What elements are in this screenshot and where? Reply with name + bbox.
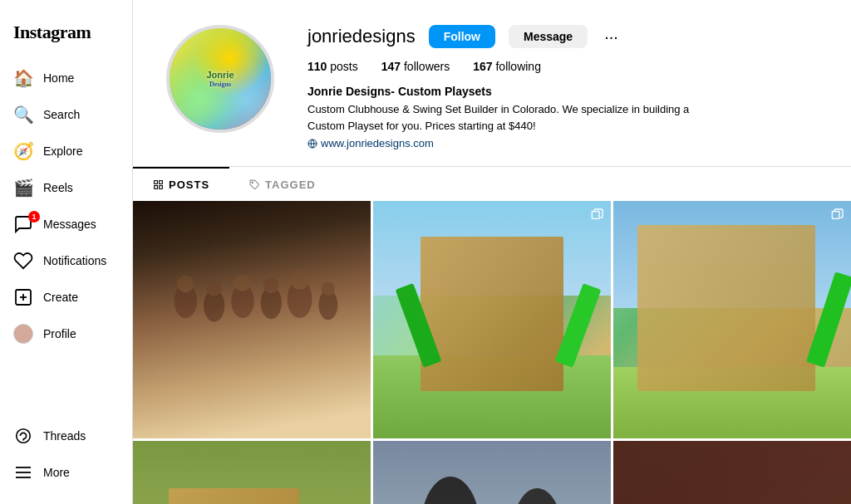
posts-stat: 110 posts xyxy=(307,60,358,73)
grid-item-6[interactable]: Merriest Christm Ethan, Bria, Brayden, J… xyxy=(613,441,851,504)
message-button[interactable]: Message xyxy=(509,25,588,48)
profile-username-row: jonriedesigns Follow Message ··· xyxy=(307,25,818,48)
sidebar-item-label-notifications: Notifications xyxy=(43,254,106,267)
sidebar: Instagram 🏠 Home 🔍 Search 🧭 Explore 🎬 Re… xyxy=(0,0,133,504)
tab-posts[interactable]: POSTS xyxy=(133,167,229,201)
grid-item-3[interactable] xyxy=(613,201,851,438)
more-options-button[interactable]: ··· xyxy=(601,27,622,46)
sidebar-item-notifications[interactable]: Notifications xyxy=(7,242,125,279)
sidebar-item-label-create: Create xyxy=(43,291,78,304)
profile-header: Jonrie Designs jonriedesigns Follow Mess… xyxy=(133,0,851,166)
reels-icon: 🎬 xyxy=(13,178,33,198)
svg-point-12 xyxy=(252,182,253,183)
profile-stats: 110 posts 147 followers 167 following xyxy=(307,60,818,73)
sidebar-item-label-profile: Profile xyxy=(43,327,76,340)
sidebar-item-profile[interactable]: Profile xyxy=(7,316,125,352)
svg-point-3 xyxy=(17,429,31,443)
sidebar-item-label-search: Search xyxy=(43,108,80,121)
sidebar-item-label-threads: Threads xyxy=(43,429,86,443)
profile-info: jonriedesigns Follow Message ··· 110 pos… xyxy=(307,25,818,149)
profile-bio: Custom Clubhouse & Swing Set Builder in … xyxy=(307,101,723,134)
notifications-icon xyxy=(13,251,33,271)
profile-display-name: Jonrie Designs- Custom Playsets xyxy=(307,85,818,98)
grid-item-4[interactable]: May 22, 20 ail, CO xyxy=(133,441,371,504)
profile-avatar: Jonrie Designs xyxy=(166,25,274,133)
follow-button[interactable]: Follow xyxy=(429,25,495,48)
sidebar-item-label-more: More xyxy=(43,466,70,479)
search-icon: 🔍 xyxy=(13,105,33,125)
svg-rect-8 xyxy=(155,181,158,184)
threads-icon xyxy=(13,426,33,446)
sidebar-item-label-messages: Messages xyxy=(43,218,96,231)
tab-tagged[interactable]: TAGGED xyxy=(229,167,336,201)
messages-badge: 1 xyxy=(28,211,40,223)
svg-rect-9 xyxy=(160,181,163,184)
grid-item-5[interactable] xyxy=(373,441,611,504)
svg-rect-10 xyxy=(155,186,158,189)
explore-icon: 🧭 xyxy=(13,141,33,161)
tab-posts-label: POSTS xyxy=(169,179,209,191)
profile-website[interactable]: www.jonriedesigns.com xyxy=(307,137,818,149)
sidebar-item-search[interactable]: 🔍 Search xyxy=(7,96,125,133)
profile-tabs: POSTS TAGGED xyxy=(133,166,851,201)
create-icon xyxy=(13,287,33,307)
sidebar-item-reels[interactable]: 🎬 Reels xyxy=(7,169,125,206)
profile-username: jonriedesigns xyxy=(307,26,416,47)
following-stat: 167 following xyxy=(473,60,541,73)
sidebar-item-more[interactable]: More xyxy=(7,454,125,491)
svg-rect-11 xyxy=(160,186,163,189)
followers-stat: 147 followers xyxy=(381,60,450,73)
sidebar-item-home[interactable]: 🏠 Home xyxy=(7,60,125,96)
grid-item-1[interactable] xyxy=(133,201,371,438)
sidebar-item-create[interactable]: Create xyxy=(7,279,125,316)
sidebar-item-label-home: Home xyxy=(43,71,74,85)
sidebar-item-label-explore: Explore xyxy=(43,144,82,158)
sidebar-item-explore[interactable]: 🧭 Explore xyxy=(7,133,125,169)
grid-item-2[interactable] xyxy=(373,201,611,438)
more-icon xyxy=(13,462,33,482)
sidebar-item-threads[interactable]: Threads xyxy=(7,418,125,454)
home-icon: 🏠 xyxy=(13,68,33,88)
sidebar-item-label-reels: Reels xyxy=(43,181,73,194)
main-content: Jonrie Designs jonriedesigns Follow Mess… xyxy=(133,0,851,504)
photo-grid: May 22, 20 ail, CO xyxy=(133,201,851,504)
instagram-logo: Instagram xyxy=(7,13,125,60)
profile-avatar-icon xyxy=(13,324,33,344)
tab-tagged-label: TAGGED xyxy=(265,179,316,191)
sidebar-item-messages[interactable]: Messages 1 xyxy=(7,206,125,242)
